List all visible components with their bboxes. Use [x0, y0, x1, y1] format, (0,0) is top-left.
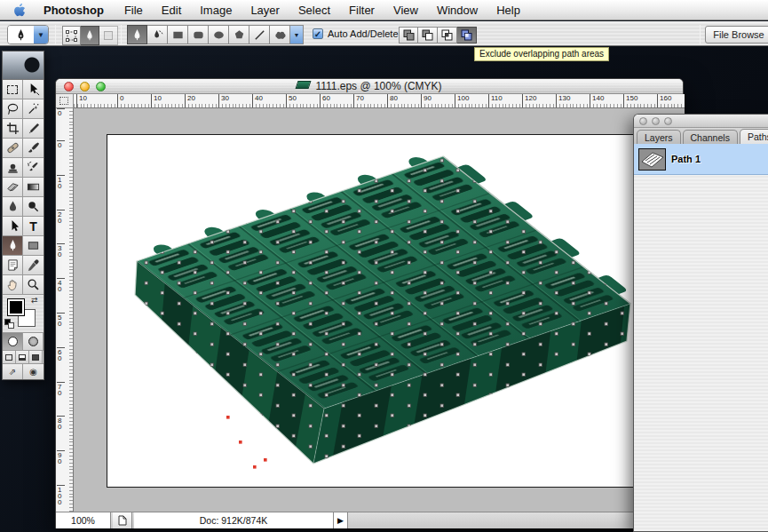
default-colors-icon[interactable] — [4, 319, 13, 328]
line-tool-button[interactable] — [249, 25, 270, 44]
doc-size-field[interactable]: Doc: 912K/874K — [134, 512, 334, 528]
palette-tab[interactable]: Channels — [683, 130, 738, 144]
menu-item[interactable]: View — [393, 4, 418, 17]
pasteboard[interactable] — [74, 108, 685, 512]
imageready-icon-button[interactable]: ◉ — [23, 364, 44, 379]
menu-item[interactable]: Select — [298, 4, 330, 17]
eraser-tool[interactable] — [3, 178, 23, 197]
fullscreen-mode-button[interactable] — [29, 351, 43, 363]
menu-item[interactable]: Image — [200, 4, 232, 17]
menu-item[interactable]: Layer — [250, 4, 280, 17]
menu-item[interactable]: Window — [437, 4, 478, 17]
rectangle-tool-button[interactable] — [168, 25, 188, 44]
fill-pixels-button[interactable] — [99, 26, 118, 45]
palette-close-button[interactable] — [639, 117, 647, 125]
zoom-tool[interactable] — [23, 275, 44, 295]
paths-mode-button[interactable] — [81, 26, 99, 45]
healing-brush-tool[interactable] — [3, 139, 23, 158]
pen-preset-icon — [8, 26, 34, 44]
page-preview-button[interactable] — [113, 512, 132, 528]
menu-item[interactable]: Edit — [162, 4, 181, 17]
blur-tool[interactable] — [3, 197, 23, 217]
vertical-ruler[interactable]: 0 0102030405060708090100 — [56, 108, 74, 512]
ruler-label: 100 — [57, 485, 65, 505]
ruler-label: 10 — [76, 94, 87, 108]
brush-tool[interactable] — [23, 139, 44, 158]
history-brush-tool[interactable] — [23, 158, 44, 178]
dodge-tool[interactable] — [23, 197, 44, 217]
magic-wand-tool[interactable] — [23, 99, 44, 119]
polygon-tool-button[interactable] — [229, 25, 249, 44]
horizontal-ruler[interactable]: 10 0102030405060708090100110120130140150… — [74, 94, 685, 108]
path-name-label[interactable]: Path 1 — [671, 154, 701, 164]
auto-add-delete-checkbox[interactable]: ✓ Auto Add/Delete — [313, 28, 399, 39]
menu-bar: Photoshop FileEditImageLayerSelectFilter… — [0, 0, 768, 20]
separator — [121, 25, 122, 44]
clone-stamp-tool[interactable] — [3, 158, 23, 178]
fullscreen-with-menu-button[interactable] — [16, 351, 29, 363]
menu-item[interactable]: File — [124, 4, 143, 17]
menu-app-name[interactable]: Photoshop — [44, 4, 104, 17]
ruler-origin-box[interactable] — [56, 94, 74, 108]
intersect-path-areas-button[interactable] — [438, 27, 457, 44]
path-list-item-selected[interactable]: Path 1 — [634, 144, 768, 175]
pen-tool[interactable] — [3, 236, 23, 256]
jump-to-imageready-button[interactable]: ⇗ — [3, 364, 23, 379]
foreground-color-swatch[interactable] — [7, 298, 25, 316]
swap-colors-icon[interactable]: ⇄ — [31, 296, 38, 305]
status-bar: 100% Doc: 912K/874K ▶ — [56, 512, 685, 528]
ruler-label: 60 — [320, 94, 330, 108]
move-tool[interactable] — [23, 80, 44, 99]
shape-layers-button[interactable] — [62, 26, 81, 45]
file-browser-button[interactable]: File Browse — [705, 26, 768, 44]
shape-icon — [27, 239, 40, 252]
ruler-label: 150 — [623, 94, 637, 108]
palette-tab[interactable]: Paths — [740, 129, 768, 144]
eyedropper-tool[interactable] — [23, 256, 44, 275]
rectangular-marquee-tool[interactable] — [3, 80, 23, 99]
palette-tab[interactable]: Layers — [637, 130, 681, 144]
slice-tool[interactable] — [23, 119, 44, 139]
preset-dropdown-arrow-icon[interactable]: ▼ — [34, 26, 48, 44]
menu-item[interactable]: Filter — [349, 4, 375, 17]
quick-mask-mode-button[interactable] — [23, 332, 44, 350]
type-tool[interactable]: T — [23, 217, 44, 236]
apple-menu-icon[interactable] — [12, 3, 26, 17]
canvas[interactable] — [107, 134, 685, 488]
blur-icon — [6, 200, 20, 213]
tool-buttons-group: ▼ — [127, 25, 304, 44]
menu-item[interactable]: Help — [496, 4, 520, 17]
rounded-rectangle-tool-button[interactable] — [188, 25, 209, 44]
zoom-level-field[interactable]: 100% — [56, 512, 111, 528]
exclude-overlapping-path-areas-button[interactable] — [457, 27, 477, 44]
standard-screen-mode-button[interactable] — [3, 351, 16, 363]
custom-shape-tool-button[interactable] — [270, 25, 290, 44]
tool-preset-picker[interactable]: ▼ — [7, 25, 49, 44]
ruler-label: 130 — [556, 94, 570, 108]
lasso-tool[interactable] — [3, 99, 23, 119]
crop-icon — [6, 122, 20, 135]
palette-title-bar[interactable] — [634, 115, 768, 128]
eyedropper-icon — [27, 258, 40, 272]
crop-tool[interactable] — [3, 119, 23, 139]
gradient-tool[interactable] — [23, 178, 44, 197]
standard-mode-button[interactable] — [3, 332, 23, 350]
palette-zoom-button[interactable] — [664, 117, 672, 125]
ruler-label: 0 — [57, 140, 65, 148]
path-selection-tool[interactable] — [3, 217, 23, 236]
document-title-bar[interactable]: 1111.eps @ 100% (CMYK) — [56, 79, 683, 94]
palette-minimize-button[interactable] — [652, 117, 660, 125]
shape-tool[interactable] — [23, 236, 44, 256]
status-popup-arrow[interactable]: ▶ — [334, 512, 348, 528]
subtract-path-area-button[interactable] — [418, 27, 438, 44]
freeform-pen-tool-button[interactable] — [147, 25, 168, 44]
add-path-area-button[interactable] — [399, 27, 418, 44]
ellipse-tool-button[interactable] — [209, 25, 229, 44]
path-thumbnail[interactable] — [638, 148, 666, 171]
hand-tool[interactable] — [3, 275, 23, 295]
tools-dropdown-arrow[interactable]: ▼ — [290, 25, 304, 44]
document-title: 1111.eps @ 100% (CMYK) — [56, 80, 683, 92]
pen-tool-button[interactable] — [127, 25, 147, 44]
notes-tool[interactable] — [3, 256, 23, 275]
toolbox-header-art[interactable] — [3, 52, 44, 80]
